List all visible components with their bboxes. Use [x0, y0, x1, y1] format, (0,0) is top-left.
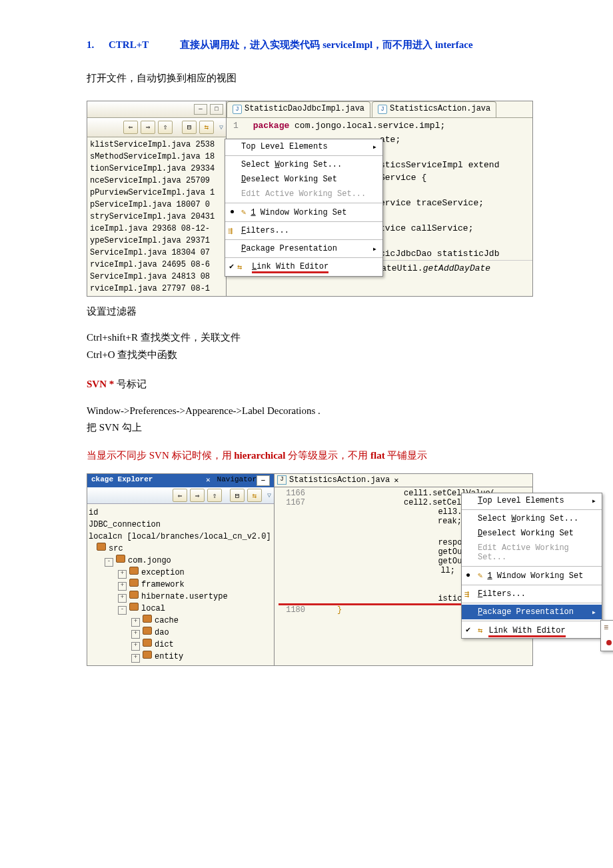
package-icon: [116, 555, 125, 563]
menu-package-presentation[interactable]: Package Presentation▸: [225, 241, 382, 256]
list-item[interactable]: nceServiceImpl.java 25709: [87, 175, 226, 187]
check-icon: ✔: [466, 625, 470, 635]
minimize-icon[interactable]: —: [257, 475, 270, 486]
java-file-icon: J: [277, 475, 287, 485]
code-text: Service {: [380, 171, 532, 184]
menu-filters[interactable]: ⇶Filters...: [462, 587, 602, 601]
menu-top-level-elements[interactable]: Top Level Elements▸: [462, 493, 602, 508]
forward-icon[interactable]: ⇒: [141, 121, 155, 134]
menu-select-working-set[interactable]: Select Working Set...: [225, 157, 382, 172]
list-item[interactable]: sMethodServiceImpl.java 18: [87, 151, 226, 163]
back-icon[interactable]: ⇐: [173, 489, 187, 502]
menu-deselect-working-set[interactable]: Deselect Working Set: [225, 172, 382, 187]
tree-item[interactable]: +framework: [89, 579, 273, 591]
expand-toggle-icon[interactable]: +: [118, 570, 127, 579]
tree-item[interactable]: +exception: [89, 567, 273, 579]
minimize-icon[interactable]: —: [194, 104, 207, 115]
expand-toggle-icon[interactable]: +: [118, 582, 127, 591]
tree-item[interactable]: -com.jongo: [89, 555, 273, 567]
submenu-flat[interactable]: ≡ Flat: [601, 621, 613, 635]
text-ctrl-shift-r: Ctrl+shift+R 查找类文件，关联文件: [87, 329, 533, 347]
pkg-explorer-toolbar: — □: [87, 101, 226, 118]
close-icon[interactable]: ✕: [394, 475, 398, 485]
package-icon: [143, 639, 152, 647]
list-item[interactable]: iceImpl.java 29368 08-12-: [87, 223, 226, 235]
menu-window-working-set[interactable]: ●✎ 1 Window Working Set: [462, 568, 602, 583]
collapse-toggle-icon[interactable]: -: [118, 606, 127, 615]
package-icon: [143, 615, 152, 623]
menu-edit-active-working-set: Edit Active Working Set...: [225, 187, 382, 201]
code-text: }: [337, 605, 342, 615]
tree-item[interactable]: +entity: [89, 651, 273, 663]
menu-select-working-set[interactable]: Select Working Set...: [462, 511, 602, 526]
tab-package-explorer[interactable]: ckage Explorer: [91, 475, 206, 486]
up-icon[interactable]: ⇧: [207, 489, 222, 502]
list-item[interactable]: rviceImpl.java 24695 08-6: [87, 259, 226, 271]
screenshot-2: ckage Explorer ✕ Navigator — ⇐ ⇒ ⇧ ⊟ ⇆ ▽…: [87, 473, 533, 666]
submenu-hierarchical[interactable]: ▤ Hierarchical: [601, 635, 613, 651]
tree-item[interactable]: src: [89, 543, 273, 555]
collapse-toggle-icon[interactable]: -: [105, 558, 113, 567]
tree-item[interactable]: -local: [89, 603, 273, 615]
up-icon[interactable]: ⇧: [158, 121, 173, 134]
expand-toggle-icon[interactable]: +: [131, 642, 140, 651]
menu-deselect-working-set[interactable]: Deselect Working Set: [462, 526, 602, 541]
tree-item[interactable]: +dict: [89, 639, 273, 651]
keyword: package: [253, 121, 290, 131]
maximize-icon[interactable]: □: [210, 104, 223, 115]
package-icon: [129, 591, 139, 599]
list-item[interactable]: tionServiceImpl.java 29334: [87, 163, 226, 175]
expand-toggle-icon[interactable]: +: [131, 630, 140, 639]
link-editor-icon: ⇆: [478, 626, 482, 635]
menu-package-presentation[interactable]: Package Presentation▸: [462, 605, 602, 619]
tree-item[interactable]: +cache: [89, 615, 273, 627]
collapse-icon[interactable]: ⊟: [182, 121, 197, 134]
list-item[interactable]: pPurviewServiceImpl.java 1: [87, 187, 226, 199]
close-icon[interactable]: ✕: [206, 475, 211, 486]
tree-item[interactable]: +dao: [89, 627, 273, 639]
forward-icon[interactable]: ⇒: [190, 489, 205, 502]
tree-item[interactable]: localcn [local/branches/local_cn_v2.0]: [89, 531, 273, 543]
list-item[interactable]: klistServiceImpl.java 2538: [87, 139, 226, 151]
selected-dot-icon: [606, 640, 612, 645]
heading-key: CTRL+T: [109, 39, 149, 50]
list-item[interactable]: rviceImpl.java 27797 08-1: [87, 283, 226, 295]
menu-link-with-editor[interactable]: ✔ ⇆ Link With Editor: [225, 259, 382, 276]
view-menu-icon[interactable]: ▽: [267, 491, 271, 499]
svn-check: 把 SVN 勾上: [87, 419, 533, 437]
java-file-icon: J: [378, 105, 387, 114]
expand-toggle-icon[interactable]: +: [131, 654, 140, 663]
editor-tab[interactable]: JStatisticDaoJdbcImpl.java: [227, 101, 370, 117]
tree-item[interactable]: JDBC_connection: [89, 519, 273, 531]
list-item[interactable]: stryServiceImpl.java 20431: [87, 211, 226, 223]
view-context-menu: Top Level Elements▸ Select Working Set..…: [461, 493, 602, 639]
menu-window-working-set[interactable]: ✎ 1 Window Working Set: [225, 205, 382, 220]
menu-link-with-editor[interactable]: ✔ ⇆ Link With Editor: [462, 623, 602, 638]
list-item[interactable]: ypeServiceImpl.java 29371: [87, 235, 226, 247]
tree-item[interactable]: id: [89, 507, 273, 519]
menu-filters[interactable]: ⇶ Filters...: [225, 223, 382, 238]
expand-toggle-icon[interactable]: +: [118, 594, 127, 603]
package-icon: [143, 651, 152, 659]
view-menu-icon[interactable]: ▽: [219, 123, 223, 131]
list-item[interactable]: ServiceImpl.java 18304 07: [87, 247, 226, 259]
tab-navigator[interactable]: Navigator: [217, 475, 257, 486]
menu-top-level-elements[interactable]: Top Level Elements▸: [225, 139, 382, 154]
expand-toggle-icon[interactable]: +: [131, 618, 140, 627]
back-icon[interactable]: ⇐: [123, 121, 138, 134]
file-list: klistServiceImpl.java 2538 sMethodServic…: [87, 137, 226, 296]
code-text: sticsServiceImpl extend: [380, 159, 532, 171]
heading-number: 1.: [87, 39, 94, 50]
link-editor-icon[interactable]: ⇆: [199, 121, 214, 134]
editor-tab[interactable]: JStatisticsAction.java: [372, 101, 496, 117]
list-item[interactable]: ServiceImpl.java 24813 08: [87, 271, 226, 283]
editor-tab[interactable]: J StatisticsAction.java ✕: [275, 474, 532, 487]
collapse-icon[interactable]: ⊟: [230, 489, 245, 502]
package-icon: [129, 603, 139, 611]
link-editor-icon[interactable]: ⇆: [247, 489, 262, 502]
svn-star: SVN *: [87, 379, 114, 389]
pkg-explorer-toolbar: ⇐ ⇒ ⇧ ⊟ ⇆ ▽: [87, 487, 274, 504]
paragraph-open-file: 打开文件，自动切换到相应的视图: [87, 70, 533, 87]
list-item[interactable]: pServiceImpl.java 18007 0: [87, 199, 226, 211]
tree-item[interactable]: +hibernate.usertype: [89, 591, 273, 603]
